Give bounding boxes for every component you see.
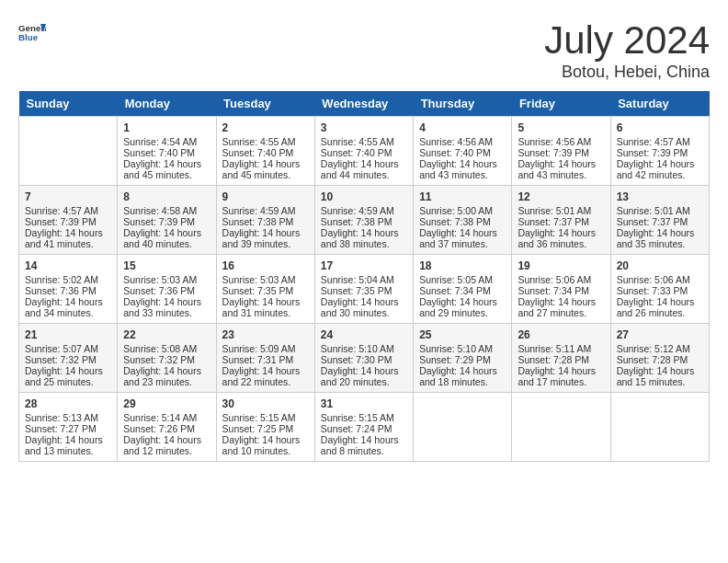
day-info-line: Sunrise: 4:59 AM xyxy=(222,205,309,216)
day-info-line: Daylight: 14 hours xyxy=(419,365,506,376)
day-info-line: Daylight: 14 hours xyxy=(321,227,407,238)
day-info-line: Sunrise: 4:56 AM xyxy=(518,136,604,147)
calendar-cell: 22Sunrise: 5:08 AMSunset: 7:32 PMDayligh… xyxy=(118,324,216,393)
day-number: 6 xyxy=(617,121,703,134)
day-info-line: Sunset: 7:38 PM xyxy=(419,216,506,227)
calendar-cell: 4Sunrise: 4:56 AMSunset: 7:40 PMDaylight… xyxy=(414,117,512,186)
day-info-line: Daylight: 14 hours xyxy=(419,158,506,169)
day-info-line: Sunset: 7:37 PM xyxy=(518,216,604,227)
calendar-cell: 11Sunrise: 5:00 AMSunset: 7:38 PMDayligh… xyxy=(414,186,512,255)
calendar-cell xyxy=(512,393,610,462)
day-info-line: Sunset: 7:24 PM xyxy=(321,423,407,434)
day-info-line: and 40 minutes. xyxy=(123,238,210,249)
day-info-line: Sunrise: 5:10 AM xyxy=(321,343,407,354)
main-title: July 2024 xyxy=(544,18,710,63)
day-info-line: Sunrise: 5:14 AM xyxy=(123,412,210,423)
calendar-week-row: 1Sunrise: 4:54 AMSunset: 7:40 PMDaylight… xyxy=(19,117,710,186)
calendar-cell: 24Sunrise: 5:10 AMSunset: 7:30 PMDayligh… xyxy=(314,324,413,393)
day-info-line: and 26 minutes. xyxy=(617,307,703,318)
day-info-line: and 33 minutes. xyxy=(123,307,210,318)
day-number: 10 xyxy=(321,190,407,203)
calendar-cell: 21Sunrise: 5:07 AMSunset: 7:32 PMDayligh… xyxy=(19,324,118,393)
day-info-line: Sunset: 7:39 PM xyxy=(25,216,111,227)
day-info-line: Sunrise: 5:10 AM xyxy=(419,343,506,354)
day-info-line: Daylight: 14 hours xyxy=(617,365,703,376)
day-info-line: and 18 minutes. xyxy=(419,376,506,387)
day-info-line: Sunset: 7:37 PM xyxy=(617,216,703,227)
day-info-line: and 15 minutes. xyxy=(617,376,703,387)
calendar-cell: 14Sunrise: 5:02 AMSunset: 7:36 PMDayligh… xyxy=(19,255,118,324)
day-info-line: Daylight: 14 hours xyxy=(123,434,210,445)
calendar-cell: 27Sunrise: 5:12 AMSunset: 7:28 PMDayligh… xyxy=(610,324,709,393)
day-info-line: Daylight: 14 hours xyxy=(123,227,210,238)
day-number: 1 xyxy=(123,121,210,134)
day-info-line: Daylight: 14 hours xyxy=(321,365,407,376)
day-info-line: Sunrise: 5:09 AM xyxy=(222,343,309,354)
day-number: 12 xyxy=(518,190,604,203)
day-info-line: Daylight: 14 hours xyxy=(222,365,309,376)
day-info-line: Sunrise: 4:56 AM xyxy=(419,136,506,147)
day-info-line: Sunrise: 5:04 AM xyxy=(321,274,407,285)
day-number: 15 xyxy=(123,259,210,272)
day-number: 17 xyxy=(321,259,407,272)
day-info-line: Sunset: 7:36 PM xyxy=(123,285,210,296)
day-number: 13 xyxy=(617,190,703,203)
day-info-line: Sunrise: 4:59 AM xyxy=(321,205,407,216)
day-info-line: Sunrise: 5:06 AM xyxy=(617,274,703,285)
day-info-line: Sunset: 7:39 PM xyxy=(123,216,210,227)
calendar-cell xyxy=(610,393,709,462)
day-info-line: Sunrise: 5:03 AM xyxy=(123,274,210,285)
day-header-sunday: Sunday xyxy=(19,91,118,117)
day-info-line: Sunset: 7:28 PM xyxy=(518,354,604,365)
day-number: 21 xyxy=(25,328,111,341)
day-info-line: Sunset: 7:34 PM xyxy=(518,285,604,296)
day-number: 4 xyxy=(419,121,506,134)
day-info-line: and 38 minutes. xyxy=(321,238,407,249)
day-header-thursday: Thursday xyxy=(414,91,512,117)
calendar-week-row: 21Sunrise: 5:07 AMSunset: 7:32 PMDayligh… xyxy=(19,324,710,393)
calendar-week-row: 28Sunrise: 5:13 AMSunset: 7:27 PMDayligh… xyxy=(19,393,710,462)
day-info-line: Sunset: 7:40 PM xyxy=(321,147,407,158)
day-number: 18 xyxy=(419,259,506,272)
day-info-line: and 45 minutes. xyxy=(222,169,309,180)
day-info-line: Daylight: 14 hours xyxy=(518,158,604,169)
day-info-line: and 45 minutes. xyxy=(123,169,210,180)
day-header-friday: Friday xyxy=(512,91,610,117)
calendar-cell: 5Sunrise: 4:56 AMSunset: 7:39 PMDaylight… xyxy=(512,117,610,186)
calendar-cell: 9Sunrise: 4:59 AMSunset: 7:38 PMDaylight… xyxy=(216,186,314,255)
day-info-line: Daylight: 14 hours xyxy=(321,158,407,169)
day-info-line: Sunrise: 4:55 AM xyxy=(321,136,407,147)
day-info-line: and 42 minutes. xyxy=(617,169,703,180)
day-info-line: Sunset: 7:38 PM xyxy=(222,216,309,227)
day-info-line: Sunset: 7:32 PM xyxy=(123,354,210,365)
day-info-line: Sunset: 7:33 PM xyxy=(617,285,703,296)
day-info-line: Daylight: 14 hours xyxy=(419,296,506,307)
day-info-line: and 22 minutes. xyxy=(222,376,309,387)
day-info-line: Sunrise: 4:57 AM xyxy=(617,136,703,147)
day-info-line: Sunset: 7:40 PM xyxy=(123,147,210,158)
day-info-line: Daylight: 14 hours xyxy=(123,365,210,376)
day-info-line: and 37 minutes. xyxy=(419,238,506,249)
day-info-line: Sunset: 7:30 PM xyxy=(321,354,407,365)
day-info-line: Daylight: 14 hours xyxy=(518,365,604,376)
calendar-cell: 30Sunrise: 5:15 AMSunset: 7:25 PMDayligh… xyxy=(216,393,314,462)
day-number: 11 xyxy=(419,190,506,203)
calendar-cell: 15Sunrise: 5:03 AMSunset: 7:36 PMDayligh… xyxy=(118,255,216,324)
calendar-cell: 18Sunrise: 5:05 AMSunset: 7:34 PMDayligh… xyxy=(414,255,512,324)
day-info-line: and 39 minutes. xyxy=(222,238,309,249)
day-info-line: Sunrise: 5:06 AM xyxy=(518,274,604,285)
day-number: 5 xyxy=(518,121,604,134)
day-info-line: Sunrise: 5:01 AM xyxy=(617,205,703,216)
day-info-line: Daylight: 14 hours xyxy=(25,365,111,376)
day-info-line: Daylight: 14 hours xyxy=(617,227,703,238)
day-info-line: Daylight: 14 hours xyxy=(518,227,604,238)
day-number: 31 xyxy=(321,397,407,410)
day-number: 27 xyxy=(617,328,703,341)
day-number: 16 xyxy=(222,259,309,272)
day-info-line: Sunset: 7:40 PM xyxy=(222,147,309,158)
day-info-line: Sunset: 7:27 PM xyxy=(25,423,111,434)
calendar-cell: 17Sunrise: 5:04 AMSunset: 7:35 PMDayligh… xyxy=(314,255,413,324)
calendar-cell: 19Sunrise: 5:06 AMSunset: 7:34 PMDayligh… xyxy=(512,255,610,324)
day-info-line: and 43 minutes. xyxy=(518,169,604,180)
calendar-cell: 2Sunrise: 4:55 AMSunset: 7:40 PMDaylight… xyxy=(216,117,314,186)
